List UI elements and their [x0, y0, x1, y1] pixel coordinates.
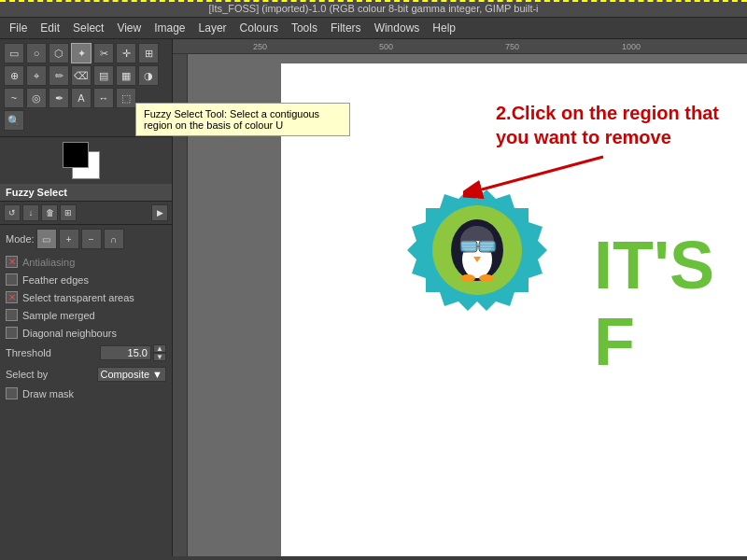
- tool-color-pick[interactable]: ⬚: [116, 88, 136, 108]
- menu-edit[interactable]: Edit: [35, 20, 65, 36]
- tool-free-select[interactable]: ⬡: [49, 43, 69, 63]
- tool-icons-panel: ▭ ○ ⬡ ✦ ✂ ✛ ⊞ ⊕ ⌖ ✏ ⌫ ▤ ▦ ◑ ~ ◎ ✒ A: [0, 39, 172, 137]
- tool-eraser[interactable]: ⌫: [71, 65, 92, 86]
- sample-merged-checkbox[interactable]: ✕: [6, 309, 18, 321]
- mode-row: Mode: ▭ + − ∩: [6, 229, 166, 249]
- svg-point-15: [460, 226, 494, 256]
- options-menu-btn[interactable]: ▶: [151, 204, 168, 221]
- mode-replace-btn[interactable]: ▭: [36, 229, 57, 249]
- canvas-content: 2.Click on the region that you want to r…: [173, 54, 747, 556]
- mode-subtract-btn[interactable]: −: [81, 229, 102, 249]
- options-mode-section: Mode: ▭ + − ∩ ✕ Antialiasing ✕ Feather e…: [0, 225, 172, 406]
- threshold-up-btn[interactable]: ▲: [153, 344, 166, 353]
- sample-merged-row: ✕ Sample merged: [6, 306, 166, 324]
- menu-windows[interactable]: Windows: [369, 20, 426, 36]
- tool-options-header: Fuzzy Select: [0, 184, 172, 202]
- tool-heal[interactable]: ⌖: [26, 65, 47, 86]
- tool-paint[interactable]: ✏: [49, 65, 69, 86]
- tool-row-4: 🔍: [4, 110, 168, 131]
- select-transparent-label: Select transparent areas: [22, 292, 134, 303]
- tool-dodge[interactable]: ◑: [138, 65, 159, 86]
- toolbox: ▭ ○ ⬡ ✦ ✂ ✛ ⊞ ⊕ ⌖ ✏ ⌫ ▤ ▦ ◑ ~ ◎ ✒ A: [0, 39, 173, 556]
- tool-options-toolbar: ↺ ↓ 🗑 ⊞ ▶: [0, 202, 172, 225]
- svg-rect-6: [460, 241, 477, 252]
- tool-bucket[interactable]: ▤: [93, 65, 114, 86]
- ruler-marks: 250 500 750 1000: [188, 42, 641, 51]
- select-transparent-row: ✕ Select transparent areas: [6, 288, 166, 306]
- menu-tools[interactable]: Tools: [286, 20, 323, 36]
- tool-row-2: ⊕ ⌖ ✏ ⌫ ▤ ▦ ◑: [4, 65, 168, 86]
- tool-clone[interactable]: ⊕: [4, 65, 24, 86]
- menu-image[interactable]: Image: [148, 20, 190, 36]
- draw-mask-row: ✕ Draw mask: [6, 385, 166, 402]
- svg-point-18: [479, 274, 494, 282]
- ruler-mark-750: 750: [505, 42, 519, 51]
- canvas-area: 250 500 750 1000 2.Click on the region t…: [173, 39, 747, 556]
- draw-mask-label: Draw mask: [22, 388, 74, 399]
- menu-file[interactable]: File: [4, 20, 33, 36]
- draw-mask-checkbox[interactable]: ✕: [6, 387, 18, 399]
- diagonal-neighbours-row: ✕ Diagonal neighbours: [6, 324, 166, 342]
- menu-filters[interactable]: Filters: [325, 20, 367, 36]
- its-foss-text: IT'S F: [594, 227, 747, 380]
- title-bar: [Its_FOSS] (imported)-1.0 (RGB colour 8-…: [0, 0, 747, 18]
- threshold-input[interactable]: [100, 345, 151, 360]
- threshold-down-btn[interactable]: ▼: [153, 353, 166, 361]
- tool-paths[interactable]: ✒: [49, 88, 69, 108]
- menu-layer[interactable]: Layer: [193, 20, 233, 36]
- mode-intersect-btn[interactable]: ∩: [104, 229, 124, 249]
- color-swatches: [0, 137, 172, 184]
- options-expand-btn[interactable]: ⊞: [60, 204, 77, 221]
- annotation-text: 2.Click on the region that you want to r…: [496, 101, 719, 149]
- main-layout: ▭ ○ ⬡ ✦ ✂ ✛ ⊞ ⊕ ⌖ ✏ ⌫ ▤ ▦ ◑ ~ ◎ ✒ A: [0, 39, 747, 556]
- tool-gradient[interactable]: ▦: [116, 65, 136, 86]
- tool-ellipse-select[interactable]: ○: [26, 43, 47, 63]
- tool-rect-select[interactable]: ▭: [4, 43, 24, 63]
- mode-label: Mode:: [6, 233, 35, 245]
- svg-point-4: [451, 219, 503, 281]
- svg-point-3: [457, 229, 498, 281]
- tool-scissors[interactable]: ✂: [93, 43, 114, 63]
- diagonal-neighbours-checkbox[interactable]: ✕: [6, 327, 18, 339]
- horizontal-ruler: 250 500 750 1000: [173, 39, 747, 54]
- threshold-spin: ▲ ▼: [153, 344, 166, 361]
- tool-measure[interactable]: ↔: [93, 88, 114, 108]
- menu-view[interactable]: View: [111, 20, 147, 36]
- diagonal-neighbours-label: Diagonal neighbours: [22, 328, 117, 339]
- logo-gear: [393, 185, 561, 353]
- menu-select[interactable]: Select: [67, 20, 109, 36]
- menu-help[interactable]: Help: [427, 20, 461, 36]
- select-by-dropdown[interactable]: Composite ▼: [97, 367, 166, 382]
- image-area[interactable]: 2.Click on the region that you want to r…: [188, 54, 747, 556]
- sample-merged-label: Sample merged: [22, 310, 95, 321]
- tool-move[interactable]: ✛: [116, 43, 136, 63]
- feather-edges-checkbox[interactable]: ✕: [6, 273, 18, 286]
- tool-fuzzy-select[interactable]: ✦: [71, 43, 92, 63]
- menu-colours[interactable]: Colours: [234, 20, 284, 36]
- tool-smudge[interactable]: ~: [4, 88, 24, 108]
- gear-svg: [393, 185, 561, 353]
- options-delete-btn[interactable]: 🗑: [41, 204, 58, 221]
- tool-blur[interactable]: ◎: [26, 88, 47, 108]
- tool-transform[interactable]: ⊞: [138, 43, 159, 63]
- arrow-svg: [463, 143, 613, 199]
- tool-text[interactable]: A: [71, 88, 92, 108]
- threshold-label: Threshold: [6, 347, 51, 358]
- image-canvas[interactable]: 2.Click on the region that you want to r…: [281, 63, 747, 556]
- foreground-color-swatch[interactable]: [63, 142, 89, 168]
- feather-edges-row: ✕ Feather edges: [6, 271, 166, 288]
- select-by-value: Composite: [101, 369, 150, 380]
- tool-row-1: ▭ ○ ⬡ ✦ ✂ ✛ ⊞: [4, 43, 168, 63]
- options-save-btn[interactable]: ↓: [22, 204, 39, 221]
- tool-row-3: ~ ◎ ✒ A ↔ ⬚: [4, 88, 168, 108]
- antialiasing-checkbox[interactable]: ✕: [6, 256, 18, 268]
- svg-point-17: [460, 274, 475, 282]
- svg-marker-16: [473, 257, 481, 262]
- mode-add-btn[interactable]: +: [59, 229, 79, 249]
- select-transparent-checkbox[interactable]: ✕: [6, 291, 18, 303]
- tool-zoom[interactable]: 🔍: [4, 110, 24, 131]
- options-reset-btn[interactable]: ↺: [4, 204, 21, 221]
- ruler-mark-250: 250: [253, 42, 267, 51]
- ruler-mark-1000: 1000: [622, 42, 641, 51]
- threshold-row: Threshold ▲ ▼: [6, 342, 166, 364]
